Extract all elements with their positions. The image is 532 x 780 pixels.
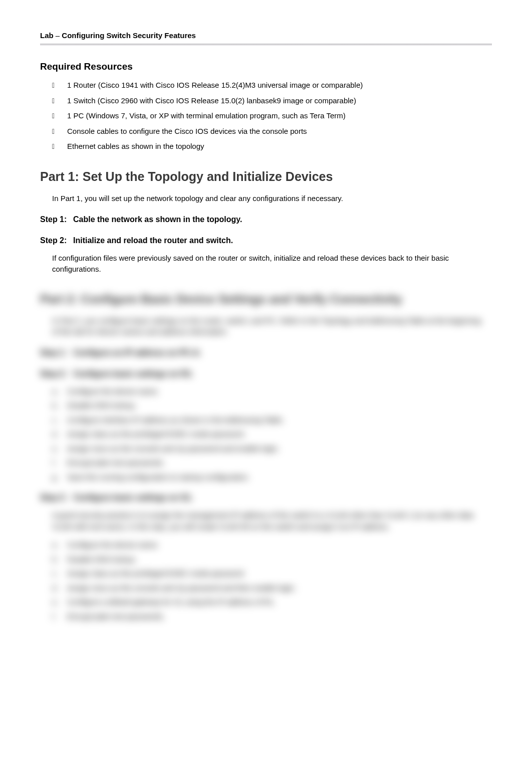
item-text: Assign class as the privileged EXEC mode…	[67, 568, 245, 579]
p2-step2-num: Step 2:	[40, 368, 73, 380]
list-item: a.Configure the device name.	[52, 539, 492, 551]
list-item: 1 PC (Windows 7, Vista, or XP with term…	[52, 110, 492, 122]
p2-step1-num: Step 1:	[40, 347, 73, 359]
list-item: b.Disable DNS lookup.	[52, 400, 492, 412]
item-text: Save the running configuration to startu…	[67, 472, 249, 483]
required-resources-heading: Required Resources	[40, 60, 492, 74]
list-item: e.Assign cisco as the console and vty pa…	[52, 443, 492, 455]
part1-heading: Part 1: Set Up the Topology and Initiali…	[40, 167, 492, 186]
step1-title: Cable the network as shown in the topolo…	[73, 215, 242, 224]
resource-text: 1 Router (Cisco 1941 with Cisco IOS Rele…	[67, 80, 363, 91]
letter-label: e.	[52, 444, 60, 454]
list-item: 1 Switch (Cisco 2960 with Cisco IOS Rel…	[52, 95, 492, 107]
part1-intro: In Part 1, you will set up the network t…	[52, 193, 482, 205]
list-item: g.Save the running configuration to star…	[52, 472, 492, 483]
list-item: c.Configure interface IP address as show…	[52, 415, 492, 426]
letter-label: d.	[52, 429, 60, 440]
letter-label: f.	[52, 458, 60, 468]
item-text: Disable DNS lookup.	[67, 554, 136, 565]
letter-label: f.	[52, 612, 60, 622]
p2-step2-title: Configure basic settings on R1.	[73, 369, 193, 378]
letter-label: e.	[52, 597, 60, 608]
step2-title: Initialize and reload the router and swi…	[73, 236, 233, 245]
p2-step3-num: Step 3:	[40, 492, 73, 504]
bullet-icon: 	[52, 80, 58, 91]
letter-label: a.	[52, 540, 60, 550]
letter-label: c.	[52, 568, 60, 579]
list-item: a.Configure the device name.	[52, 386, 492, 398]
resource-text: Console cables to configure the Cisco IO…	[67, 126, 307, 137]
step2-heading: Step 2:Initialize and reload the router …	[40, 235, 492, 247]
lab-prefix: Lab	[40, 31, 54, 40]
list-item: e.Configure a default gateway for S1 usi…	[52, 597, 492, 608]
step2-body: If configuration files were previously s…	[52, 253, 482, 275]
item-text: Configure the device name.	[67, 386, 159, 398]
item-text: Disable DNS lookup.	[67, 400, 136, 412]
lab-header: Lab – Configuring Switch Security Featur…	[40, 30, 492, 42]
header-rule	[40, 44, 492, 46]
list-item: d.Assign cisco as the console and vty pa…	[52, 582, 492, 594]
list-item: 1 Router (Cisco 1941 with Cisco IOS Rel…	[52, 80, 492, 91]
item-text: Assign cisco as the console and vty pass…	[67, 443, 280, 455]
r1-config-list: a.Configure the device name. b.Disable D…	[40, 386, 492, 483]
item-text: Encrypt plain text passwords.	[67, 457, 165, 469]
p2-step1-heading: Step 1:Configure an IP address on PC-A.	[40, 347, 492, 359]
bullet-icon: 	[52, 126, 58, 137]
bullet-icon: 	[52, 96, 58, 106]
list-item: d.Assign class as the privileged EXEC mo…	[52, 429, 492, 440]
p2-step3-title: Configure basic settings on S1.	[73, 493, 193, 502]
item-text: Configure the device name.	[67, 539, 159, 551]
letter-label: a.	[52, 386, 60, 397]
resource-text: Ethernet cables as shown in the topology	[67, 141, 204, 152]
list-item: c.Assign class as the privileged EXEC mo…	[52, 568, 492, 579]
bullet-icon: 	[52, 141, 58, 152]
bullet-icon: 	[52, 111, 58, 121]
item-text: Encrypt plain text passwords.	[67, 611, 165, 623]
blurred-content: Part 2: Configure Basic Device Settings …	[40, 290, 492, 623]
p2-step1-title: Configure an IP address on PC-A.	[73, 348, 201, 357]
list-item: f.Encrypt plain text passwords.	[52, 611, 492, 623]
required-resources-list: 1 Router (Cisco 1941 with Cisco IOS Rel…	[40, 80, 492, 152]
letter-label: b.	[52, 554, 60, 565]
item-text: Assign cisco as the console and vty pass…	[67, 582, 296, 594]
letter-label: d.	[52, 583, 60, 594]
s1-config-list: a.Configure the device name. b.Disable D…	[40, 539, 492, 622]
list-item: Ethernet cables as shown in the topolog…	[52, 141, 492, 152]
list-item: Console cables to configure the Cisco I…	[52, 126, 492, 137]
item-text: Assign class as the privileged EXEC mode…	[67, 429, 245, 440]
item-text: Configure interface IP address as shown …	[67, 415, 284, 426]
lab-title: Configuring Switch Security Features	[62, 31, 196, 40]
p2-step3-heading: Step 3:Configure basic settings on S1.	[40, 492, 492, 504]
part2-heading: Part 2: Configure Basic Device Settings …	[40, 290, 492, 308]
letter-label: b.	[52, 401, 60, 411]
s1-intro: A good security practice is to assign th…	[52, 510, 482, 532]
step1-num: Step 1:	[40, 214, 73, 226]
resource-text: 1 PC (Windows 7, Vista, or XP with termi…	[67, 110, 346, 122]
list-item: f.Encrypt plain text passwords.	[52, 457, 492, 469]
p2-step2-heading: Step 2:Configure basic settings on R1.	[40, 368, 492, 380]
step2-num: Step 2:	[40, 235, 73, 247]
letter-label: c.	[52, 415, 60, 426]
resource-text: 1 Switch (Cisco 2960 with Cisco IOS Rele…	[67, 95, 356, 107]
step1-heading: Step 1:Cable the network as shown in the…	[40, 214, 492, 226]
lab-dash: –	[56, 31, 60, 40]
part2-intro: In Part 2, you configure basic settings …	[52, 315, 482, 338]
item-text: Configure a default gateway for S1 using…	[67, 597, 276, 608]
letter-label: g.	[52, 472, 60, 483]
list-item: b.Disable DNS lookup.	[52, 554, 492, 565]
